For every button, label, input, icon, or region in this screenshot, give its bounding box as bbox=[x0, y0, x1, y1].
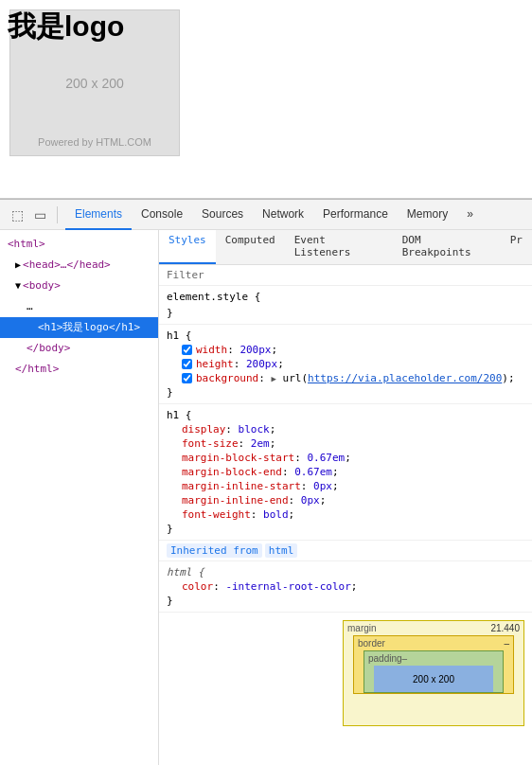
mbe-value: 0.67em bbox=[294, 466, 332, 478]
width-checkbox[interactable] bbox=[182, 345, 192, 355]
element-style-close: } bbox=[167, 306, 524, 320]
h1-tag: <h1>我是logo</h1> bbox=[38, 321, 140, 333]
color-value: -internal-root-color bbox=[225, 580, 350, 593]
preview-area: 200 x 200 Powered by HTML.COM 我是logo bbox=[0, 0, 532, 199]
html-close-tag: </html> bbox=[15, 363, 59, 375]
powered-by: Powered by HTML.COM bbox=[38, 136, 151, 148]
background-prop: background bbox=[196, 372, 258, 384]
h1-ua-close: } bbox=[167, 522, 524, 536]
subtab-computed[interactable]: Computed bbox=[216, 230, 285, 264]
dom-node-body[interactable]: ▼<body> bbox=[0, 276, 158, 296]
bm-border-box: border – padding– 200 x 200 bbox=[353, 635, 514, 694]
element-style-selector-text: element.style { bbox=[167, 291, 260, 303]
inspect-element-icon[interactable]: ⬚ bbox=[8, 205, 27, 224]
background-url[interactable]: https://via.placeholder.com/200 bbox=[308, 372, 502, 384]
mbs-prop: margin-block-start bbox=[182, 452, 294, 464]
ellipsis-text: … bbox=[27, 300, 33, 312]
mis-value: 0px bbox=[313, 480, 332, 492]
h1-background-line[interactable]: background : ▶ url(https://via.placehold… bbox=[167, 371, 524, 385]
body-close-tag: </body> bbox=[27, 342, 70, 354]
html-rule-close: } bbox=[167, 594, 524, 608]
display-prop: display bbox=[182, 423, 225, 436]
toolbar-divider bbox=[57, 206, 58, 223]
box-model-diagram: margin 21.440 border – padding– bbox=[343, 620, 524, 726]
expand-head-icon[interactable]: ▶ bbox=[15, 257, 21, 274]
subtab-event-listeners[interactable]: Event Listeners bbox=[285, 230, 393, 264]
subtab-properties[interactable]: Pr bbox=[501, 230, 532, 264]
dom-node-head[interactable]: ▶<head>…</head> bbox=[0, 255, 158, 276]
image-dimensions: 200 x 200 bbox=[65, 76, 124, 91]
margin-block-end-line: margin-block-end : 0.67em ; bbox=[167, 465, 524, 479]
h1-ua-selector-line: h1 { bbox=[167, 408, 524, 422]
dom-node-body-close[interactable]: </body> bbox=[0, 338, 158, 359]
background-checkbox[interactable] bbox=[182, 373, 192, 383]
device-toggle-icon[interactable]: ▭ bbox=[30, 205, 49, 224]
h1-ua-selector: h1 { bbox=[167, 409, 192, 421]
tab-sources[interactable]: Sources bbox=[192, 200, 253, 230]
css-rule-element-style: element.style { } bbox=[159, 286, 532, 325]
margin-value: 21.440 bbox=[490, 623, 520, 633]
margin-inline-end-line: margin-inline-end : 0px ; bbox=[167, 493, 524, 507]
height-prop: height bbox=[196, 358, 234, 370]
tab-memory[interactable]: Memory bbox=[398, 200, 457, 230]
element-style-selector: element.style { bbox=[167, 290, 524, 304]
bm-padding-row: padding– bbox=[364, 651, 503, 666]
color-prop: color bbox=[182, 580, 213, 593]
html-selector: html { bbox=[167, 566, 204, 578]
body-tag: <body> bbox=[23, 279, 61, 292]
content-dimensions: 200 x 200 bbox=[413, 674, 454, 685]
h1-height-line[interactable]: height : 200px ; bbox=[167, 357, 524, 371]
dom-node-html[interactable]: <html> bbox=[0, 234, 158, 255]
dom-node-h1[interactable]: <h1>我是logo</h1> bbox=[0, 317, 158, 338]
height-checkbox[interactable] bbox=[182, 359, 192, 369]
tab-network[interactable]: Network bbox=[253, 200, 313, 230]
h1-selector-line: h1 { bbox=[167, 329, 524, 343]
margin-inline-start-line: margin-inline-start : 0px ; bbox=[167, 479, 524, 493]
dom-node-html-close[interactable]: </html> bbox=[0, 359, 158, 380]
mbs-value: 0.67em bbox=[307, 452, 345, 464]
inherited-from-label: Inherited from html bbox=[159, 541, 532, 561]
tab-performance[interactable]: Performance bbox=[313, 200, 398, 230]
devtools-toolbar: ⬚ ▭ Elements Console Sources Network Per… bbox=[0, 200, 532, 230]
height-value: 200px bbox=[246, 358, 277, 370]
head-tag: <head>…</head> bbox=[23, 258, 111, 271]
css-rule-h1-ua: h1 { display : block ; font-size : 2em ; bbox=[159, 404, 532, 541]
subtab-styles[interactable]: Styles bbox=[159, 230, 216, 264]
css-rule-html-inherited: html { color : -internal-root-color ; } bbox=[159, 561, 532, 613]
inherited-from-text: Inherited from bbox=[167, 543, 262, 558]
fw-prop: font-weight bbox=[182, 508, 251, 521]
margin-label: margin bbox=[347, 623, 377, 633]
font-size-value: 2em bbox=[251, 437, 270, 450]
devtools-panel: ⬚ ▭ Elements Console Sources Network Per… bbox=[0, 199, 532, 765]
tab-elements[interactable]: Elements bbox=[65, 200, 132, 230]
font-weight-line: font-weight : bold ; bbox=[167, 507, 524, 522]
mie-value: 0px bbox=[301, 494, 320, 507]
inherited-tag: html bbox=[265, 543, 298, 558]
fw-value: bold bbox=[263, 508, 289, 521]
dom-panel: <html> ▶<head>…</head> ▼<body> … <h1>我是l… bbox=[0, 230, 159, 765]
font-size-prop: font-size bbox=[182, 437, 239, 450]
tab-more[interactable]: » bbox=[457, 200, 483, 230]
bm-border-row: border – bbox=[354, 636, 513, 650]
bm-margin-row: margin 21.440 bbox=[344, 621, 523, 635]
tab-console[interactable]: Console bbox=[132, 200, 192, 230]
color-line: color : -internal-root-color ; bbox=[167, 579, 524, 594]
h1-close: } bbox=[167, 385, 524, 400]
expand-body-icon[interactable]: ▼ bbox=[15, 277, 21, 294]
h1-width-line[interactable]: width : 200px ; bbox=[167, 343, 524, 357]
border-value: – bbox=[504, 638, 509, 649]
margin-block-start-line: margin-block-start : 0.67em ; bbox=[167, 451, 524, 465]
width-prop: width bbox=[196, 344, 227, 356]
font-size-line: font-size : 2em ; bbox=[167, 436, 524, 451]
subtab-dom-breakpoints[interactable]: DOM Breakpoints bbox=[393, 230, 501, 264]
h1-selector: h1 { bbox=[167, 329, 192, 342]
styles-content: Filter element.style { } h1 { bbox=[159, 265, 532, 613]
bm-padding-box: padding– 200 x 200 bbox=[364, 650, 504, 693]
display-value: block bbox=[239, 423, 270, 436]
mbe-prop: margin-block-end bbox=[182, 466, 282, 478]
filter-label: Filter bbox=[167, 269, 204, 281]
mie-prop: margin-inline-end bbox=[182, 494, 289, 507]
html-tag: <html> bbox=[8, 238, 45, 250]
box-model-section: margin 21.440 border – padding– bbox=[159, 616, 532, 730]
dom-node-ellipsis[interactable]: … bbox=[0, 296, 158, 317]
